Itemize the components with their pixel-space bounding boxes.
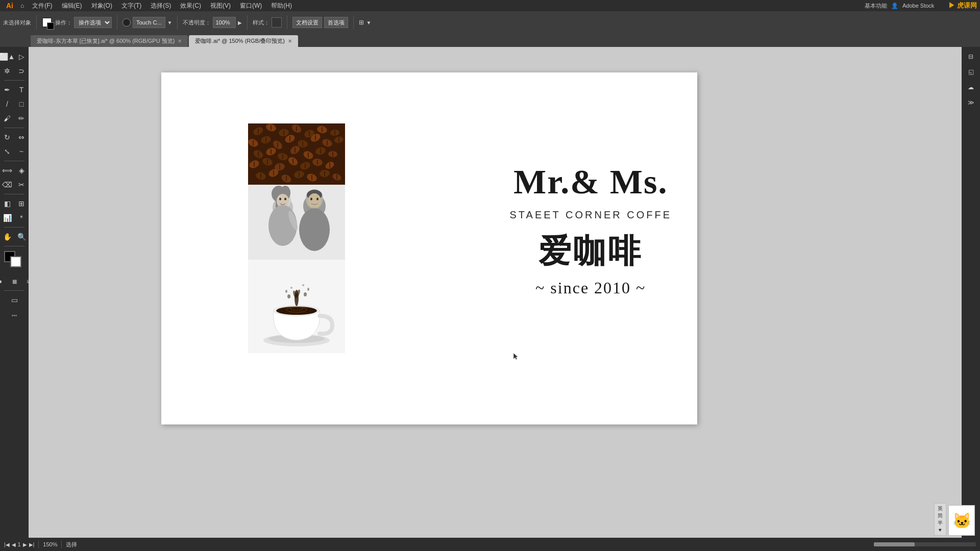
tool-row-scale: ⤡ ~ [1,145,28,158]
direct-selection-tool[interactable]: ▷ [15,50,28,63]
opacity-label: 不透明度： [183,19,211,27]
more-tools[interactable]: ••• [12,313,17,318]
selection-tool[interactable]: ⬜▲ [1,50,14,63]
toolbar-stroke-section [42,17,52,28]
menu-effect[interactable]: 效果(C) [176,1,205,11]
blend-tool[interactable]: ◈ [15,164,28,177]
tool-row-color-mode: ■ ▦ ⊘ [0,274,29,288]
coffee-cup-image [248,260,345,353]
extras-arrow[interactable]: ▼ [366,20,371,26]
svg-point-92 [299,208,330,251]
gradient-mode-btn[interactable]: ▦ [8,274,21,288]
fill-color-box[interactable] [42,17,52,28]
tab-1-label: 爱咖啡.ai* @ 150% (RGB/叠印预览) [195,37,285,45]
right-panel: ⊟ ◱ ☁ ≫ [962,47,980,538]
warp-tool[interactable]: ~ [15,145,28,158]
prev-page-btn[interactable]: ◀ [12,542,16,547]
color-area [3,251,26,271]
user-icon[interactable]: 👤 [891,3,898,9]
progress-fill [874,542,915,546]
basic-func-label[interactable]: 基本功能 [865,2,887,10]
chart-tool[interactable]: 📊 [1,211,14,224]
svg-point-89 [310,198,312,201]
brand-logo: ▶ 虎课网 [948,1,977,10]
paintbrush-tool[interactable]: 🖌 [1,112,14,125]
toolbar-sep-4 [247,15,248,30]
operation-select[interactable]: 操作选项 [74,17,112,28]
menu-object[interactable]: 对象(O) [87,1,116,11]
toolbox-sep-1 [4,80,24,81]
tab-0-close[interactable]: ✕ [178,38,182,44]
magic-wand-tool[interactable]: ✲ [1,64,14,78]
grid-icon[interactable]: ⊞ [359,19,364,26]
tab-0-label: 爱咖啡-东方本草 [已恢复].ai* @ 600% (RGB/GPU 预览) [37,37,175,45]
home-icon[interactable]: ⌂ [17,1,27,10]
preferences-btn[interactable]: 首选项 [324,17,348,28]
menu-file[interactable]: 文件(F) [28,1,56,11]
symbol-tool[interactable]: * [15,211,28,224]
scale-tool[interactable]: ⤡ [1,145,14,158]
tool-row-line: / □ [1,97,28,111]
menu-select[interactable]: 选择(S) [146,1,175,11]
adobe-stock-label[interactable]: Adobe Stock [902,3,934,9]
opacity-arrow[interactable]: ▶ [238,20,242,26]
page-navigation: |◀ ◀ 1 ▶ ▶| [4,541,34,547]
menu-edit[interactable]: 编辑(E) [58,1,86,11]
toolbar-doc-section: 文档设置 首选项 [292,17,348,28]
tool-row-pen: ✒ T [1,83,28,96]
menu-text[interactable]: 文字(T) [117,1,145,11]
tool-row-rotate: ↻ ⇔ [1,131,28,144]
zoom-tool[interactable]: 🔍 [15,230,28,243]
eraser-tool[interactable]: ⌫ [1,178,14,191]
hand-tool[interactable]: ✋ [1,230,14,243]
doc-setup-btn[interactable]: 文档设置 [292,17,322,28]
libraries-btn[interactable]: ☁ [964,81,977,94]
pen-tool[interactable]: ✒ [1,83,14,96]
rect-tool[interactable]: □ [15,97,28,111]
color-mode-btn[interactable]: ■ [0,274,7,288]
next-page-btn[interactable]: ▶ [23,542,27,547]
first-page-btn[interactable]: |◀ [4,542,10,547]
page-number: 1 [18,541,21,547]
menu-help[interactable]: 帮助(H) [267,1,296,11]
properties-btn[interactable]: ⊟ [964,50,977,63]
stroke-color[interactable] [10,256,21,267]
none-mode-btn[interactable]: ⊘ [22,274,29,288]
tab-0[interactable]: 爱咖啡-东方本草 [已恢复].ai* @ 600% (RGB/GPU 预览) ✕ [31,35,188,47]
touch-dropdown-icon[interactable]: ▼ [167,20,173,26]
operation-label: 操作： [55,19,72,27]
gradient-tool[interactable]: ◧ [1,197,14,210]
style-label: 样式： [253,19,270,27]
toolbox-sep-6 [4,246,24,246]
menu-view[interactable]: 视图(V) [206,1,235,11]
menu-window[interactable]: 窗口(W) [236,1,266,11]
rotate-tool[interactable]: ↻ [1,131,14,144]
touch-color-btn[interactable]: Touch C... [133,17,165,28]
chinese-text: 爱咖啡 [509,229,672,273]
tool-row-width: ⟺ ◈ [1,164,28,177]
scissor-tool[interactable]: ✂ [15,178,28,191]
image-stack [248,123,345,353]
tab-1-close[interactable]: ✕ [288,38,292,44]
toolbar-selection-section: 未选择对象 [3,19,31,27]
type-tool[interactable]: T [15,83,28,96]
svg-point-108 [302,284,304,286]
artboard-tool[interactable]: ▭ [3,293,26,307]
toolbar-opacity-section: 不透明度： ▶ [183,17,242,28]
opacity-input[interactable] [213,17,236,28]
toolbar-style-section: 样式： [253,17,282,28]
width-tool[interactable]: ⟺ [1,164,14,177]
artboard: Mr.& Ms. STAEET CORNER COFFE 爱咖啡 ~ since… [161,72,697,424]
line-tool[interactable]: / [1,97,14,111]
layers-btn[interactable]: ◱ [964,65,977,79]
pencil-tool[interactable]: ✏ [15,112,28,125]
watermark-text-box: 英 简 半 ♥ [934,503,946,536]
tab-1[interactable]: 爱咖啡.ai* @ 150% (RGB/叠印预览) ✕ [189,35,298,47]
reflect-tool[interactable]: ⇔ [15,131,28,144]
last-page-btn[interactable]: ▶| [29,542,35,547]
expand-btn[interactable]: ≫ [964,96,977,109]
mesh-tool[interactable]: ⊞ [15,197,28,210]
ai-logo: Ai [3,1,16,11]
svg-point-90 [316,198,318,201]
lasso-tool[interactable]: ⊃ [15,64,28,78]
